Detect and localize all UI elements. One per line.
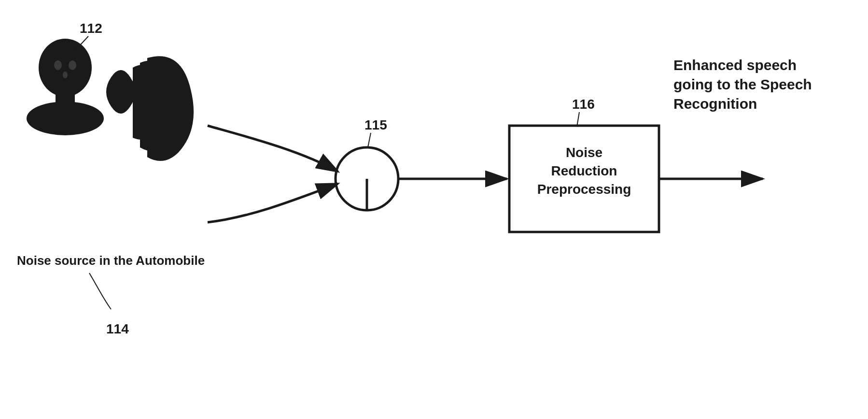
label-114: 114 [106,321,129,336]
svg-point-2 [27,101,104,135]
enhanced-speech-line2: going to the Speech [673,76,812,92]
label-112: 112 [80,21,102,36]
noise-source-label: Noise source in the Automobile [17,253,205,268]
svg-point-3 [54,60,62,70]
sound-waves-icon [106,56,194,161]
enhanced-speech-line1: Enhanced speech [673,57,797,73]
person-silhouette [27,39,104,135]
box-text-line1: Noise [566,145,602,160]
noise-reduction-box [509,126,659,232]
diagram-container: 112 Noise source in the Automobile 114 1 [0,0,868,419]
box-text-line2: Reduction [551,163,617,178]
svg-point-0 [39,39,92,97]
svg-line-9 [368,133,371,147]
svg-point-5 [63,72,68,78]
enhanced-speech-line3: Recognition [673,96,757,112]
label-116: 116 [572,97,595,112]
svg-point-4 [69,60,76,70]
box-text-line3: Preprocessing [537,182,631,197]
label-115: 115 [364,117,387,132]
